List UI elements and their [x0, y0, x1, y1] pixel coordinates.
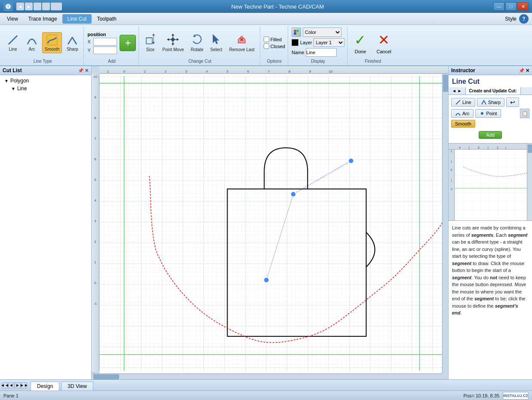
- ribbon-btn-smooth[interactable]: Smooth: [42, 32, 62, 53]
- tree-item-line[interactable]: ▼ Line: [2, 85, 89, 92]
- tab-3dview[interactable]: 3D View: [61, 382, 93, 391]
- filled-checkbox[interactable]: [264, 37, 269, 42]
- cancel-button[interactable]: ✕ Cancel: [373, 30, 394, 56]
- ribbon-btn-arc[interactable]: Arc: [23, 32, 40, 53]
- ribbon-btn-pointmove[interactable]: Point Move: [160, 32, 186, 54]
- cut-list-pin-btn[interactable]: 📌: [78, 68, 84, 73]
- nav-first-btn[interactable]: ◄◄: [2, 382, 8, 388]
- instr-btn-line[interactable]: Line: [451, 98, 475, 107]
- size-label: Size: [146, 47, 154, 52]
- menu-view[interactable]: View: [2, 14, 23, 24]
- svg-rect-4: [146, 38, 152, 44]
- line-label: Line: [9, 47, 17, 52]
- instr-vscroll-thumb[interactable]: [528, 144, 532, 153]
- options-group-label: Options: [267, 58, 282, 64]
- add-group-label: Add: [108, 58, 116, 64]
- horizontal-scrollbar[interactable]: [92, 373, 442, 379]
- smooth-icon: [46, 34, 58, 46]
- title-bar: T ◄ ► New Techne Part - Techne CAD/CAM —…: [0, 0, 532, 13]
- instr-vscroll[interactable]: [527, 144, 532, 220]
- instr-paste-btn[interactable]: 📋: [520, 109, 529, 118]
- instr-btn-smooth[interactable]: Smooth: [451, 120, 475, 128]
- ribbon-btn-select[interactable]: Select: [208, 32, 225, 54]
- display-group-label: Display: [311, 58, 325, 64]
- instructor-section-title: Line Cut: [449, 75, 532, 87]
- done-button[interactable]: ✓ Done: [351, 30, 369, 56]
- instr-btn-sharp[interactable]: Sharp: [477, 98, 504, 107]
- instr-btn-arc[interactable]: Arc: [451, 109, 474, 118]
- layer-select[interactable]: Layer 1: [314, 38, 344, 47]
- instr-add-button[interactable]: Add: [479, 131, 502, 139]
- arc-icon: [26, 34, 38, 46]
- y-input[interactable]: [93, 46, 117, 54]
- x-input[interactable]: [93, 38, 117, 46]
- minimize-btn[interactable]: —: [493, 2, 504, 11]
- instructor-mini-canvas: 4 | 3 | 2 | 1 | 0 | -1: [449, 144, 532, 221]
- svg-point-20: [294, 30, 296, 32]
- pointmove-label: Point Move: [162, 47, 184, 52]
- canvas-svg[interactable]: [99, 74, 442, 373]
- options-items: Filled Closed: [264, 27, 285, 58]
- tab-design[interactable]: Design: [31, 382, 59, 391]
- svg-text:T: T: [7, 5, 9, 9]
- instr-btn-undo[interactable]: ↩: [506, 98, 519, 107]
- mini-canvas-svg: [455, 150, 527, 220]
- nav-prev-btn[interactable]: ◄: [8, 382, 14, 388]
- tree-item-polygon[interactable]: ▼ Polygon: [2, 77, 89, 85]
- ribbon: Line Arc Smooth: [0, 25, 532, 66]
- polygon-expand-icon: ▼: [4, 79, 9, 83]
- canvas-area[interactable]: -1 0 1 2 3 4 5 6 7 8 9 10 10 9 8 7 6: [92, 66, 448, 379]
- close-btn[interactable]: ✕: [517, 2, 529, 11]
- select-icon: [211, 34, 221, 46]
- line-expand-icon: ▼: [11, 86, 15, 91]
- name-input[interactable]: [306, 48, 337, 57]
- ribbon-btn-sharp[interactable]: Sharp: [64, 32, 81, 53]
- x-label: X: [87, 39, 92, 44]
- add-button[interactable]: +: [120, 35, 136, 51]
- color-dropdown[interactable]: Color: [303, 27, 341, 37]
- instructor-tab-create[interactable]: Create and Update Cut:: [466, 87, 521, 95]
- ribbon-btn-line[interactable]: Line: [4, 32, 22, 53]
- spacer2: [42, 3, 50, 10]
- instructor-close-btn[interactable]: ✕: [526, 68, 529, 73]
- menu-linecut[interactable]: Line Cut: [62, 14, 92, 24]
- menu-trace[interactable]: Trace Image: [23, 14, 62, 24]
- closed-checkbox[interactable]: [264, 43, 269, 49]
- help-button[interactable]: ?: [519, 14, 529, 24]
- checkmark-icon: ✓: [354, 32, 366, 48]
- vertical-scrollbar[interactable]: [442, 74, 448, 373]
- done-label: Done: [355, 49, 366, 54]
- ruler-top: -1 0 1 2 3 4 5 6 7 8 9 10: [99, 66, 448, 74]
- ribbon-btn-size[interactable]: Size: [142, 32, 158, 54]
- vscroll-thumb[interactable]: [443, 75, 448, 92]
- instr-btn-point[interactable]: Point: [475, 109, 501, 118]
- fwd-btn[interactable]: ►: [25, 3, 33, 10]
- ribbon-btn-rotate[interactable]: Rotate: [188, 32, 206, 54]
- svg-marker-7: [152, 34, 155, 36]
- line-icon: [7, 34, 19, 46]
- instr-tool-row2: Arc Point 📋: [451, 109, 529, 118]
- style-label[interactable]: Style: [505, 16, 517, 22]
- svg-rect-26: [99, 76, 442, 371]
- nav-last-btn[interactable]: ►►: [21, 382, 27, 388]
- closed-label: Closed: [271, 44, 285, 49]
- ribbon-group-options: Filled Closed Options: [261, 27, 288, 65]
- hscroll-thumb[interactable]: [93, 374, 119, 379]
- instructor-tools: Line Sharp ↩ Arc Point 📋: [449, 95, 532, 144]
- svg-point-22: [294, 32, 296, 35]
- menu-toolpath[interactable]: Toolpath: [92, 14, 121, 24]
- cancel-icon: ✕: [378, 32, 390, 48]
- ruler-left-mark: 10: [92, 75, 99, 95]
- ribbon-btn-removelast[interactable]: Remove Last: [227, 32, 257, 54]
- maximize-btn[interactable]: □: [505, 2, 517, 11]
- status-pane: Pane 1: [3, 393, 18, 398]
- style-help-area: Style ?: [505, 14, 529, 24]
- ruler-left-mark: 1: [92, 260, 99, 281]
- canvas-content[interactable]: [99, 74, 442, 373]
- instructor-tab-prev[interactable]: ◄ ►: [449, 87, 466, 95]
- ribbon-group-changecut: Size Point Move Rotate Select: [140, 27, 260, 65]
- instr-point-label: Point: [486, 111, 497, 116]
- back-btn[interactable]: ◄: [16, 3, 24, 10]
- cut-list-close-btn[interactable]: ✕: [85, 68, 89, 73]
- instructor-pin-btn[interactable]: 📌: [519, 68, 525, 73]
